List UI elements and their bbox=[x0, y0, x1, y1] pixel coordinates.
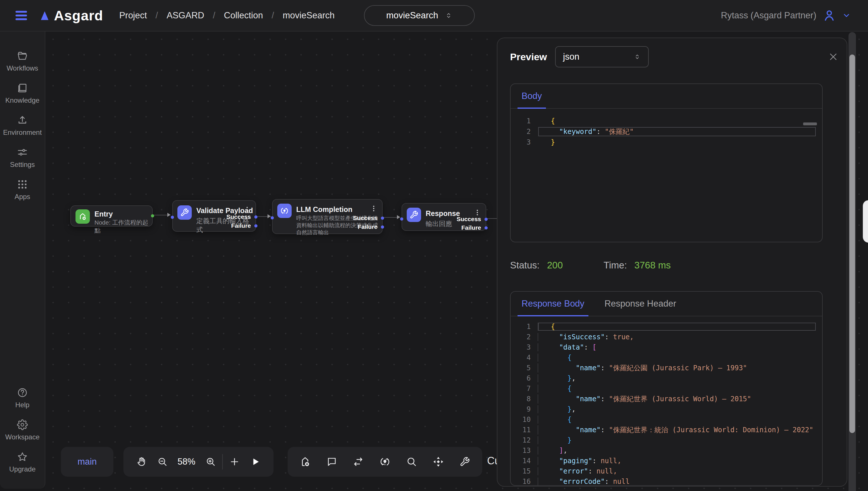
zoom-in-icon[interactable] bbox=[201, 453, 220, 471]
code-line[interactable]: 2 "keyword": "侏羅紀" bbox=[511, 126, 822, 137]
sidebar-item-workspace[interactable]: Workspace bbox=[0, 414, 45, 446]
preview-title: Preview bbox=[510, 51, 547, 62]
sidebar-item-help[interactable]: Help bbox=[0, 382, 45, 414]
code-line[interactable]: 3 "data": [ bbox=[511, 342, 822, 352]
upload-icon bbox=[17, 115, 28, 126]
edge-arrow-icon bbox=[397, 215, 400, 219]
breadcrumb-item-moviesearch[interactable]: movieSearch bbox=[283, 10, 335, 21]
add-icon[interactable] bbox=[225, 453, 244, 471]
panel-scrollbar[interactable] bbox=[848, 32, 856, 491]
code-line[interactable]: 16 "errorCode": null bbox=[511, 476, 822, 485]
line-number: 7 bbox=[511, 384, 531, 393]
zoom-level-value[interactable]: 58% bbox=[174, 457, 199, 467]
code-line[interactable]: 8 "name": "侏羅紀世界 (Jurassic World) – 2015… bbox=[511, 394, 822, 404]
code-line[interactable]: 15 "error": null, bbox=[511, 466, 822, 476]
sidebar-item-upgrade[interactable]: Upgrade bbox=[0, 446, 45, 479]
time-label: Time: bbox=[604, 260, 627, 271]
code-line[interactable]: 9 }, bbox=[511, 404, 822, 414]
input-port-dot[interactable] bbox=[400, 218, 403, 221]
code-line[interactable]: 7 { bbox=[511, 383, 822, 394]
code-line[interactable]: 3} bbox=[511, 137, 822, 147]
sidebar-item-label: Knowledge bbox=[5, 96, 39, 105]
sidebar-item-apps[interactable]: Apps bbox=[0, 174, 45, 206]
kebab-menu-icon[interactable] bbox=[243, 206, 251, 213]
breadcrumb-item-collection[interactable]: Collection bbox=[224, 10, 263, 21]
breadcrumb-item-asgard[interactable]: ASGARD bbox=[166, 10, 204, 21]
kebab-menu-icon[interactable] bbox=[370, 205, 377, 212]
comment-icon[interactable] bbox=[323, 453, 341, 471]
line-number: 11 bbox=[511, 426, 531, 434]
format-selector[interactable]: json bbox=[555, 46, 649, 67]
input-port-dot[interactable] bbox=[171, 216, 174, 219]
search-icon[interactable] bbox=[402, 453, 421, 471]
node-response[interactable]: Response 輸出回應 Success Failure bbox=[402, 203, 486, 231]
app-logo[interactable]: Asgard bbox=[38, 8, 103, 24]
node-llm-completion[interactable]: LLM Completion 呼叫大型語言模型並產生結構化的資料輸出以輔助流程的… bbox=[272, 199, 383, 234]
sidebar-item-knowledge[interactable]: Knowledge bbox=[0, 78, 45, 110]
run-icon[interactable] bbox=[246, 453, 265, 471]
workflow-selector[interactable]: movieSearch bbox=[364, 5, 475, 26]
code-text: "keyword": "侏羅紀" bbox=[538, 127, 816, 136]
tab-response-header[interactable]: Response Header bbox=[604, 298, 676, 316]
request-json-editor[interactable]: 1{2 "keyword": "侏羅紀"3} bbox=[511, 109, 822, 242]
node-title: Entry bbox=[94, 210, 113, 218]
code-line[interactable]: 2 "isSuccess": true, bbox=[511, 332, 822, 342]
success-port-dot[interactable] bbox=[381, 216, 384, 220]
tab-body[interactable]: Body bbox=[521, 91, 542, 108]
swap-arrows-icon[interactable] bbox=[349, 453, 368, 471]
tab-response-body[interactable]: Response Body bbox=[521, 298, 585, 316]
zoom-out-icon[interactable] bbox=[153, 453, 172, 471]
wrench-tool-icon[interactable] bbox=[456, 453, 474, 471]
code-line[interactable]: 11 "name": "侏羅紀世界：統治 (Jurassic World: Do… bbox=[511, 425, 822, 435]
llm-run-icon[interactable] bbox=[376, 453, 394, 471]
code-line[interactable]: 10 { bbox=[511, 414, 822, 425]
failure-port-dot[interactable] bbox=[485, 226, 488, 229]
sidebar-item-workflows[interactable]: Workflows bbox=[0, 45, 45, 78]
scrollbar-thumb[interactable] bbox=[849, 55, 855, 433]
success-port-dot[interactable] bbox=[485, 218, 488, 221]
node-entry[interactable]: Entry Node: 工作流程的起點 bbox=[70, 205, 153, 227]
code-text: { bbox=[538, 323, 816, 331]
folder-icon bbox=[17, 51, 28, 61]
code-text: { bbox=[538, 117, 816, 125]
hand-tool-icon[interactable] bbox=[132, 453, 151, 471]
code-text: { bbox=[538, 384, 816, 393]
close-icon[interactable] bbox=[829, 52, 838, 62]
code-line[interactable]: 5 "name": "侏羅紀公園 (Jurassic Park) – 1993" bbox=[511, 363, 822, 373]
success-port-dot[interactable] bbox=[254, 215, 257, 219]
failure-port-dot[interactable] bbox=[381, 225, 384, 229]
auto-layout-icon[interactable] bbox=[429, 453, 447, 471]
sidebar-item-settings[interactable]: Settings bbox=[0, 142, 45, 174]
input-port-dot[interactable] bbox=[271, 216, 274, 220]
llm-icon bbox=[277, 204, 292, 218]
breadcrumb: Project / ASGARD / Collection / movieSea… bbox=[119, 10, 334, 21]
code-line[interactable]: 1{ bbox=[511, 321, 822, 332]
offscreen-node[interactable] bbox=[863, 200, 868, 242]
failure-port-dot[interactable] bbox=[254, 224, 257, 227]
kebab-menu-icon[interactable] bbox=[473, 209, 481, 216]
node-validate-payload[interactable]: Validate Payload 定義工具的輸入格式 Success Failu… bbox=[172, 200, 256, 232]
node-subtitle: 輸出回應 bbox=[426, 220, 452, 228]
add-node-icon[interactable] bbox=[296, 453, 314, 471]
code-line[interactable]: 4 { bbox=[511, 352, 822, 363]
branch-selector-button[interactable]: main bbox=[61, 447, 113, 476]
line-number: 6 bbox=[511, 374, 531, 382]
sidebar-item-environment[interactable]: Environment bbox=[0, 110, 45, 142]
sidebar-item-label: Apps bbox=[15, 193, 30, 201]
response-json-editor[interactable]: 1{2 "isSuccess": true,3 "data": [4 {5 "n… bbox=[511, 317, 822, 485]
book-icon bbox=[17, 83, 28, 93]
code-line[interactable]: 14 "paging": null, bbox=[511, 456, 822, 466]
code-line[interactable]: 1{ bbox=[511, 116, 822, 126]
code-line[interactable]: 6 }, bbox=[511, 373, 822, 383]
port-success: Success bbox=[353, 214, 377, 222]
minimap-slider[interactable] bbox=[803, 122, 817, 125]
line-number: 8 bbox=[511, 395, 531, 403]
output-port-dot[interactable] bbox=[151, 214, 154, 218]
code-line[interactable]: 12 } bbox=[511, 435, 822, 445]
breadcrumb-item-project[interactable]: Project bbox=[119, 10, 147, 21]
hamburger-menu-icon[interactable] bbox=[12, 7, 30, 24]
code-line[interactable]: 13 ], bbox=[511, 445, 822, 456]
user-menu[interactable]: Rytass (Asgard Partner) bbox=[721, 9, 856, 22]
line-number: 15 bbox=[511, 467, 531, 475]
line-number: 10 bbox=[511, 415, 531, 424]
